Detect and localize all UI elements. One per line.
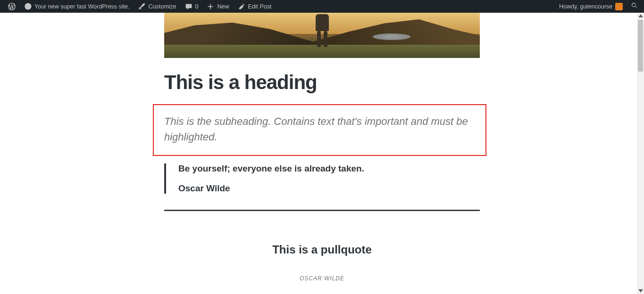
pullquote-text: This is a pullquote	[174, 243, 470, 256]
comments-count: 0	[195, 3, 199, 10]
blockquote: Be yourself; everyone else is already ta…	[164, 163, 480, 194]
featured-image	[164, 13, 480, 58]
howdy-label: Howdy, gutencourse	[559, 3, 612, 10]
quote-text: Be yourself; everyone else is already ta…	[178, 163, 480, 174]
person-silhouette-icon	[315, 14, 329, 49]
quote-author: Oscar Wilde	[178, 183, 480, 194]
edit-post-label: Edit Post	[248, 3, 272, 10]
subheading-highlight-box: This is the subheading. Contains text th…	[153, 104, 486, 156]
page-content: This is a heading This is the subheading…	[0, 13, 644, 294]
avatar-icon	[615, 3, 623, 10]
pullquote-citation: OSCAR WILDE	[174, 275, 470, 282]
site-name-menu[interactable]: Your new super fast WordPress site.	[20, 0, 134, 13]
vertical-scrollbar[interactable]	[637, 13, 644, 294]
scrollbar-thumb[interactable]	[638, 20, 643, 72]
wp-logo-menu[interactable]	[4, 0, 20, 13]
comment-icon	[185, 3, 192, 10]
dashboard-icon	[24, 3, 32, 10]
subheading-text: This is the subheading. Contains text th…	[164, 114, 475, 145]
my-account-menu[interactable]: Howdy, gutencourse	[555, 0, 627, 13]
search-icon	[631, 2, 638, 11]
post-heading: This is a heading	[164, 71, 480, 94]
scroll-down-arrow-icon[interactable]	[638, 289, 643, 293]
pullquote-block: This is a pullquote OSCAR WILDE	[164, 210, 480, 294]
pencil-icon	[238, 3, 245, 10]
admin-search-button[interactable]	[629, 1, 640, 12]
wp-admin-bar: Your new super fast WordPress site. Cust…	[0, 0, 644, 13]
new-label: New	[217, 3, 229, 10]
wordpress-icon	[8, 3, 16, 10]
site-title-label: Your new super fast WordPress site.	[34, 3, 129, 10]
customize-label: Customize	[148, 3, 176, 10]
scroll-up-arrow-icon[interactable]	[638, 14, 643, 17]
new-link[interactable]: New	[202, 0, 233, 13]
customize-link[interactable]: Customize	[134, 0, 180, 13]
comments-link[interactable]: 0	[181, 0, 203, 13]
edit-post-link[interactable]: Edit Post	[234, 0, 276, 13]
brush-icon	[138, 3, 145, 10]
plus-icon	[207, 3, 214, 10]
